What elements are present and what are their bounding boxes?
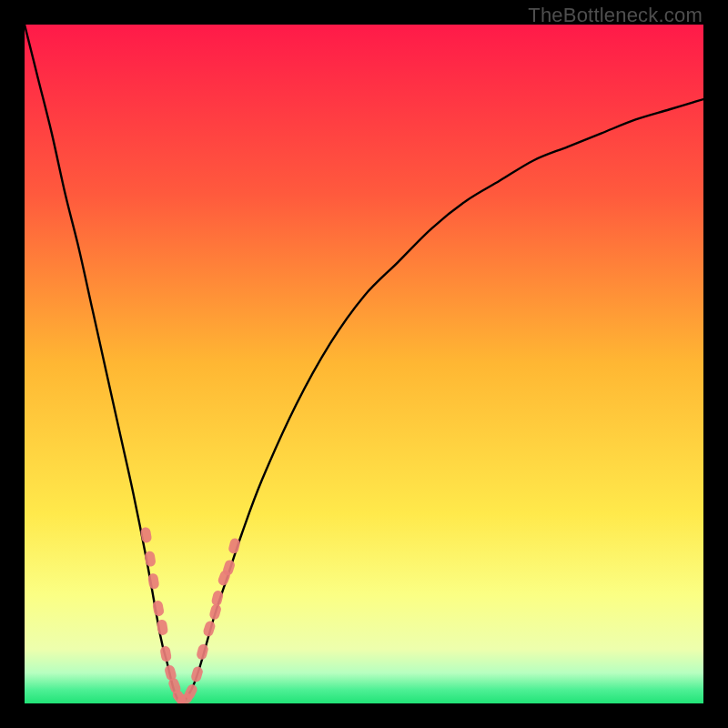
- marker: [196, 643, 209, 661]
- highlighted-markers: [140, 527, 241, 703]
- marker: [159, 645, 172, 662]
- chart-frame: TheBottleneck.com: [0, 0, 728, 728]
- marker: [202, 620, 217, 638]
- curve-path: [25, 25, 703, 703]
- marker: [190, 665, 204, 682]
- marker: [140, 527, 153, 544]
- chart-svg: [25, 25, 703, 703]
- bottleneck-curve: [25, 25, 703, 703]
- watermark-text: TheBottleneck.com: [528, 4, 703, 27]
- plot-area: [25, 25, 703, 703]
